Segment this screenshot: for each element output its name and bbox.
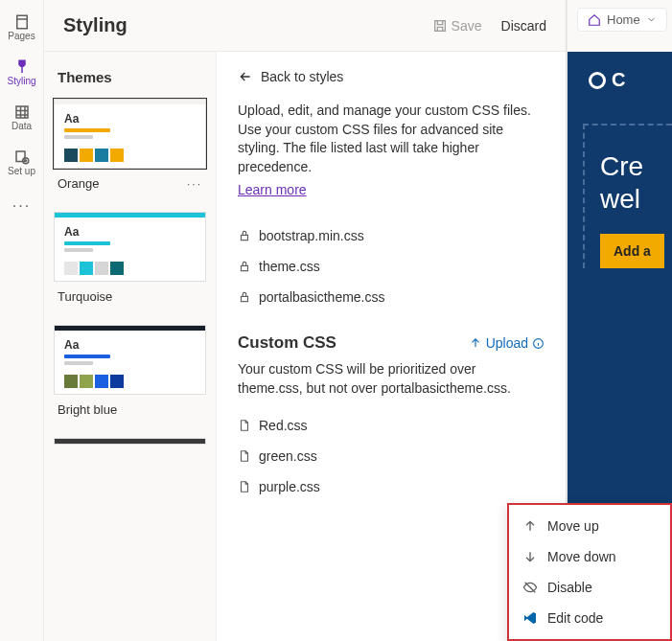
file-icon [238,419,251,432]
save-button[interactable]: Save [432,18,482,34]
themes-column[interactable]: Themes Aa [44,52,217,641]
swatch [110,262,124,275]
lock-icon [238,290,251,304]
theme-item-next[interactable] [54,438,206,445]
theme-topbar [55,439,205,444]
svg-rect-5 [434,20,445,31]
nav-label: Data [12,121,32,131]
context-label: Move up [547,518,599,534]
home-label: Home [607,12,640,27]
preview-logo: C [568,69,672,91]
swatch [80,375,93,388]
accent-bar [64,241,110,245]
info-icon [532,337,545,350]
accent-bar-secondary [64,135,93,139]
theme-aa: Aa [64,225,196,239]
nav-more[interactable]: ... [12,194,31,211]
svg-rect-2 [16,106,28,118]
context-move-up[interactable]: Move up [509,511,670,541]
accent-bar [64,355,110,358]
file-name: bootstrap.min.css [259,228,364,243]
learn-more-link[interactable]: Learn more [238,182,307,197]
swatch [64,149,78,162]
setup-icon [13,149,31,166]
nav-data[interactable]: Data [0,98,43,137]
swatch [95,375,108,388]
theme-item-brightblue[interactable]: Aa Bright blue [54,325,206,430]
swatch [64,262,78,275]
content-row: Themes Aa [44,52,566,641]
back-label: Back to styles [261,69,343,84]
lock-icon [238,260,251,273]
theme-item-orange[interactable]: Aa Orange ··· [54,99,206,204]
upload-label: Upload [486,335,528,351]
custom-css-file[interactable]: green.css [238,441,545,471]
theme-aa: Aa [64,112,196,126]
arrow-up-icon [522,518,538,534]
context-menu: Move up Move down Disable Edit code [507,503,672,641]
logo-ring-icon [589,72,606,89]
hero-line1: Cre [600,150,672,183]
theme-name: Orange [58,176,99,191]
swatch [80,149,93,162]
context-edit-code[interactable]: Edit code [509,603,670,633]
arrow-left-icon [238,69,253,84]
hero-line2: wel [600,183,672,216]
svg-rect-0 [16,15,27,29]
file-name: green.css [259,448,317,464]
swatch [110,149,124,162]
logo-text: C [612,69,625,91]
nav-pages[interactable]: Pages [0,8,43,47]
context-move-down[interactable]: Move down [509,541,670,572]
save-label: Save [452,18,482,34]
nav-styling[interactable]: Styling [0,53,43,92]
theme-overflow-button[interactable]: ··· [187,177,202,191]
swatch [95,149,108,162]
svg-rect-7 [242,266,248,271]
header: Styling Save Discard [44,0,566,52]
data-icon [13,103,31,121]
swatch [110,375,124,388]
file-name: theme.css [259,259,320,274]
accent-bar-secondary [64,248,93,252]
theme-aa: Aa [64,338,196,352]
system-css-file[interactable]: bootstrap.min.css [238,220,545,251]
home-icon [588,13,601,27]
nav-label: Pages [8,31,35,41]
theme-item-turquoise[interactable]: Aa Turquoise [54,212,206,317]
theme-name: Bright blue [58,402,117,417]
discard-button[interactable]: Discard [501,18,546,34]
header-actions: Save Discard [432,18,546,34]
file-name: Red.css [259,418,308,433]
context-label: Move down [547,549,616,564]
detail-description: Upload, edit, and manage your custom CSS… [238,102,545,176]
themes-heading: Themes [44,52,216,99]
back-to-styles-link[interactable]: Back to styles [238,69,545,84]
custom-css-file[interactable]: Red.css [238,410,545,441]
theme-name: Turquoise [58,289,112,304]
custom-css-heading: Custom CSS [238,333,336,353]
vscode-icon [522,610,538,626]
hero-cta-button[interactable]: Add a [600,234,664,268]
swatch [80,262,93,275]
swatch [95,262,108,275]
chevron-down-icon [646,14,657,25]
discard-label: Discard [501,18,546,34]
context-disable[interactable]: Disable [509,572,670,603]
lock-icon [238,229,251,242]
nav-setup[interactable]: Set up [0,143,43,182]
system-css-file[interactable]: portalbasictheme.css [238,282,545,312]
left-nav: Pages Styling Data Set up ... [0,0,44,641]
system-css-file[interactable]: theme.css [238,251,545,282]
home-breadcrumb[interactable]: Home [577,8,667,32]
file-icon [238,449,251,463]
svg-rect-8 [242,297,248,302]
svg-rect-6 [242,236,248,240]
brush-icon [13,58,31,76]
accent-bar-secondary [64,361,93,365]
save-icon [432,18,448,34]
custom-css-file[interactable]: purple.css [238,471,545,502]
upload-button[interactable]: Upload [469,335,545,351]
file-name: portalbasictheme.css [259,289,385,305]
nav-label: Styling [7,76,35,86]
